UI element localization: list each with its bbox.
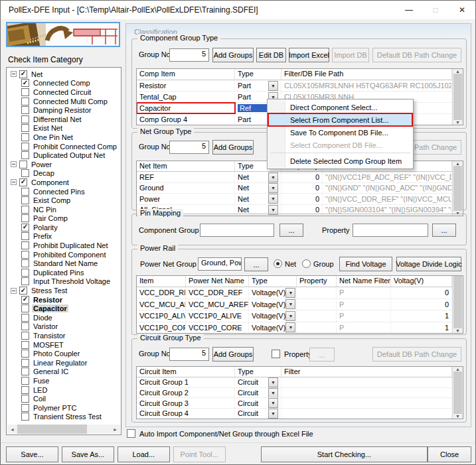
tree-checkbox[interactable] [21,206,29,214]
vertical-scrollbar[interactable]: ▲ ▼ [452,69,463,125]
filter-cell[interactable]: "(IN|)VCC1P8_ADC_REF" "(IN|)VCC_DDR_REF"… [323,172,452,182]
auto-import-label[interactable]: Auto Import Component/Net Group through … [139,430,313,438]
type-dropdown-icon[interactable]: ▼ [285,299,295,309]
tree-checkbox[interactable] [21,350,29,358]
scroll-down-icon[interactable]: ▼ [453,414,463,419]
rail-item-cell[interactable]: VCC_MCU_ARE [137,299,186,310]
property-input[interactable] [353,224,428,237]
power-net-name-cell[interactable]: VCC1P0_CORE [186,322,249,334]
tree-item[interactable]: Coil [9,394,120,403]
type-dropdown-icon[interactable]: ▼ [285,311,295,321]
type-cell[interactable]: Circuit ▼ [235,409,281,419]
property-checkbox[interactable] [272,350,280,358]
tree-checkbox[interactable] [21,124,29,132]
column-header[interactable]: Filter/DB File Path [281,69,452,80]
net-item-cell[interactable]: Power [137,194,235,204]
type-cell[interactable]: Part ▼ [235,80,281,91]
group-radio[interactable] [302,259,311,268]
table-row[interactable]: VCC1P0_CORE VCC1P0_CORE Voltage(V) ▼ P 1 [137,322,452,334]
vertical-scrollbar[interactable]: ▲ ▼ [452,161,463,216]
type-dropdown-icon[interactable]: ▼ [268,172,278,182]
type-cell[interactable]: Net ▼ [235,172,281,182]
scroll-left-icon[interactable]: ◄ [7,425,17,434]
tree-checkbox[interactable] [21,259,29,267]
tree-checkbox[interactable] [21,106,29,114]
group-no-input[interactable]: 5 [169,141,209,154]
tree-item[interactable]: General IC [9,367,120,377]
tree-item[interactable]: Polarity [9,223,120,232]
tree-item[interactable]: Transistor [9,331,120,340]
tree-item[interactable]: Net [9,70,120,79]
scroll-up-icon[interactable]: ▲ [453,69,463,74]
column-header[interactable]: Type [235,69,281,80]
tree-item[interactable]: Pair Comp [9,214,120,224]
property-cell[interactable] [297,310,337,322]
tree-item[interactable]: Duplicated Output Net [9,151,120,160]
circuit-item-cell[interactable]: Circuit Group 2 [137,388,235,398]
circuit-item-cell[interactable]: Circuit Group 1 [137,377,235,387]
tree-checkbox[interactable] [21,386,29,394]
scrollbar-thumb[interactable] [17,425,87,434]
net-name-filter-cell[interactable]: P [337,310,391,322]
net-radio[interactable] [274,259,282,268]
table-row[interactable]: Ground Net ▼ 0 "(IN|)GND" "(IN|)GND_ADC"… [137,183,452,194]
tree-item[interactable]: One Pin Net [9,133,120,142]
column-header[interactable]: Filter [281,367,452,377]
tree-checkbox[interactable] [21,314,29,322]
tree-item[interactable]: Photo Coupler [9,349,120,358]
voltage-cell[interactable]: 0 [391,299,452,310]
type-dropdown-icon[interactable]: ▼ [268,183,278,193]
tree-checkbox[interactable] [21,367,29,375]
net-name-filter-cell[interactable]: P [337,287,391,299]
property-cell[interactable] [297,299,337,310]
tree-expander-icon[interactable] [11,161,17,167]
tree-checkbox[interactable] [19,70,27,78]
type-cell[interactable]: Net ▼ [235,194,281,204]
tree-item[interactable]: Prohibit Duplicated Net [9,241,120,250]
tree-item[interactable]: Fuse [9,376,120,385]
table-row[interactable]: Circuit Group 1 Circuit ▼ [137,377,452,388]
filter-cell[interactable] [281,388,452,398]
tree-expander-icon[interactable] [11,179,17,185]
add-groups-button[interactable]: Add Groups [212,347,254,362]
tree-item[interactable]: Prohibited Component [9,250,120,259]
tree-expander-icon[interactable] [11,288,17,294]
tree-checkbox[interactable] [21,143,29,151]
column-header[interactable]: Power Net Name [186,276,249,287]
circuit-item-cell[interactable]: Circuit Group 4 [137,409,235,419]
group-no-input[interactable]: 5 [169,48,209,62]
tree-checkbox[interactable] [21,377,29,385]
tree-item[interactable]: Component [9,178,120,187]
scroll-down-icon[interactable]: ▼ [453,120,463,125]
column-header[interactable]: Type [249,276,297,287]
tree-horizontal-scrollbar[interactable]: ◄ ► [7,425,120,434]
tree-checkbox[interactable] [21,304,29,312]
close-dialog-button[interactable]: Close [428,446,471,462]
power-net-group-input[interactable]: Ground, Powe [198,257,242,271]
tree-checkbox[interactable] [19,178,27,186]
tree-checkbox[interactable] [21,88,29,96]
rail-item-cell[interactable]: VCC_DDR_REF [137,287,186,299]
scrollbar-thumb[interactable] [453,74,462,120]
rail-item-cell[interactable]: VCC1P0_ALIVE [137,310,186,322]
comp-item-cell[interactable]: Tental_Cap [137,92,235,102]
tree-checkbox[interactable] [21,133,29,141]
tree-item[interactable]: Prohibit Connected Comp [9,142,120,151]
tree-checkbox[interactable] [21,251,29,259]
property-cell[interactable] [297,322,337,334]
net-radio-label[interactable]: Net [285,260,296,268]
tree-item[interactable]: Transient Stress Test [9,413,120,422]
type-dropdown-icon[interactable]: ▼ [268,194,278,204]
tree-item[interactable]: Stress Test [9,286,120,295]
tree-item[interactable]: Prefix [9,232,120,241]
voltage-divide-logic-button[interactable]: Voltage Divide Logic [396,257,461,271]
net-name-filter-cell[interactable]: P [337,299,391,310]
net-item-cell[interactable]: REF [137,172,235,182]
find-voltage-button[interactable]: Find Voltage [339,257,392,271]
net-name-filter-cell[interactable]: P [337,322,391,334]
scroll-up-icon[interactable]: ▲ [453,367,463,371]
table-row[interactable]: Circuit Group 4 Circuit ▼ [137,409,452,419]
voltage-cell[interactable]: 1 [391,322,452,334]
tree-item[interactable]: MOSFET [9,340,120,350]
tree-checkbox[interactable] [21,232,29,240]
